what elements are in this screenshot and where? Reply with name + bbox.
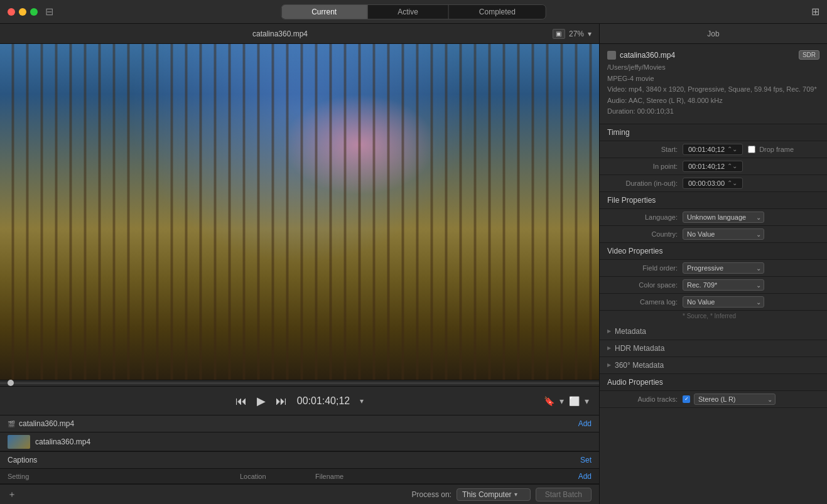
duration-row: Duration (in-out): 00:00:03:00 ⌃⌄ <box>600 175 827 192</box>
file-thumbnail <box>8 435 30 449</box>
file-item-row[interactable]: catalina360.mp4 <box>0 432 599 451</box>
process-on-dropdown[interactable]: This Computer ▾ <box>457 488 531 501</box>
playback-controls: ⏮ ▶ ⏭ 00:01:40;12 ▾ 🔖 ▾ ⬜ ▾ <box>0 386 599 415</box>
timing-section-header: Timing <box>600 124 827 141</box>
audio-tracks-select[interactable]: Stereo (L R) <box>694 394 776 405</box>
country-row: Country: No Value <box>600 226 827 243</box>
video-frame <box>0 44 599 380</box>
country-select[interactable]: No Value <box>683 228 764 240</box>
skip-back-button[interactable]: ⏮ <box>235 395 247 407</box>
dropdown-chevron-icon: ▾ <box>514 491 517 498</box>
country-select-wrapper: No Value <box>683 228 764 240</box>
screen-chevron-icon[interactable]: ▾ <box>585 396 589 406</box>
maximize-button[interactable] <box>30 8 38 16</box>
audio-tracks-label: Audio tracks: <box>607 395 683 403</box>
screen-icon[interactable]: ⬜ <box>569 396 580 406</box>
scrubber-handle[interactable] <box>8 380 14 386</box>
minimize-button[interactable] <box>19 8 26 16</box>
close-button[interactable] <box>8 8 15 16</box>
add-item-icon[interactable]: ＋ <box>8 489 16 500</box>
audio-tracks-checkbox[interactable] <box>683 395 690 403</box>
file-group-icon: 🎬 catalina360.mp4 <box>8 419 578 428</box>
video-filename: catalina360.mp4 <box>8 29 553 38</box>
hdr-metadata-section: HDR Metadata <box>600 340 827 357</box>
metadata-header[interactable]: Metadata <box>600 323 827 340</box>
file-group-name: catalina360.mp4 <box>19 419 74 428</box>
scrubber-bar[interactable] <box>0 380 599 386</box>
tab-bar: Current Active Completed <box>281 4 546 19</box>
sdr-badge: SDR <box>799 50 819 60</box>
360-metadata-header[interactable]: 360° Metadata <box>600 357 827 373</box>
zoom-chevron-icon[interactable]: ▾ <box>588 29 592 38</box>
color-space-select[interactable]: Rec. 709* <box>683 279 764 291</box>
scrubber-track <box>0 382 599 384</box>
drop-frame-checkbox[interactable] <box>748 146 755 153</box>
field-order-label: Field order: <box>607 264 683 272</box>
file-meta: /Users/jeffy/Movies MPEG-4 movie Video: … <box>607 62 819 117</box>
tab-completed[interactable]: Completed <box>449 5 546 19</box>
file-item-name: catalina360.mp4 <box>35 437 90 446</box>
file-properties-header: File Properties <box>600 192 827 209</box>
start-label: Start: <box>607 146 683 153</box>
360-metadata-section: 360° Metadata <box>600 357 827 374</box>
col-location-header: Location <box>240 473 315 480</box>
tab-active[interactable]: Active <box>367 5 449 19</box>
file-list-header: 🎬 catalina360.mp4 Add <box>0 415 599 432</box>
main-layout: catalina360.mp4 ▣ 27% ▾ ⏮ ▶ ⏭ 00:01:40;1… <box>0 24 827 504</box>
timecode-dropdown-icon[interactable]: ▾ <box>360 397 364 405</box>
duration-value[interactable]: 00:00:03:00 ⌃⌄ <box>683 178 743 189</box>
in-point-value[interactable]: 00:01:40;12 ⌃⌄ <box>683 161 743 172</box>
language-select-wrapper: Unknown language <box>683 212 764 223</box>
zoom-control: ▣ 27% ▾ <box>553 29 592 39</box>
camera-log-label: Camera log: <box>607 298 683 306</box>
color-space-select-wrapper: Rec. 709* <box>683 279 764 291</box>
file-audio-info: Audio: AAC, Stereo (L R), 48.000 kHz <box>607 95 819 107</box>
field-order-select[interactable]: Progressive <box>683 262 764 274</box>
tab-current[interactable]: Current <box>281 5 367 19</box>
captions-area: Captions Set Setting Location Filename A… <box>0 451 599 484</box>
play-button[interactable]: ▶ <box>257 395 266 407</box>
settings-icon[interactable]: ⊞ <box>811 6 819 18</box>
country-label: Country: <box>607 230 683 238</box>
file-info-section: catalina360.mp4 SDR /Users/jeffy/Movies … <box>600 44 827 124</box>
field-order-select-wrapper: Progressive <box>683 262 764 274</box>
set-captions-button[interactable]: Set <box>580 456 592 464</box>
left-panel: catalina360.mp4 ▣ 27% ▾ ⏮ ▶ ⏭ 00:01:40;1… <box>0 24 600 504</box>
start-time-value[interactable]: 00:01:40;12 ⌃⌄ <box>683 144 743 155</box>
bookmark-icon[interactable]: 🔖 <box>544 396 554 406</box>
file-duration: Duration: 00:00:10;31 <box>607 106 819 117</box>
col-setting-header: Setting <box>8 473 240 480</box>
metadata-section: Metadata <box>600 323 827 340</box>
chevron-down-icon[interactable]: ▾ <box>559 396 564 406</box>
job-panel-header: Job <box>600 24 827 44</box>
camera-log-select[interactable]: No Value <box>683 296 764 308</box>
add-caption-button[interactable]: Add <box>578 472 592 481</box>
video-preview <box>0 44 599 380</box>
language-select[interactable]: Unknown language <box>683 212 764 223</box>
bottom-bar: ＋ Process on: This Computer ▾ Start Batc… <box>0 484 599 504</box>
audio-properties-header: Audio Properties <box>600 374 827 391</box>
add-file-button[interactable]: Add <box>578 419 592 428</box>
process-label: Process on: <box>412 490 451 499</box>
color-space-row: Color space: Rec. 709* <box>600 277 827 294</box>
captions-table-header: Setting Location Filename Add <box>0 469 599 484</box>
duration-spinner-icon: ⌃⌄ <box>727 180 737 186</box>
drop-frame-label: Drop frame <box>759 146 794 153</box>
audio-tracks-row: Audio tracks: Stereo (L R) <box>600 391 827 408</box>
video-properties-header: Video Properties <box>600 243 827 260</box>
timecode-display: 00:01:40;12 <box>297 395 350 407</box>
color-space-label: Color space: <box>607 281 683 289</box>
language-row: Language: Unknown language <box>600 209 827 226</box>
start-batch-button[interactable]: Start Batch <box>536 488 592 501</box>
zoom-toggle-icon[interactable]: ▣ <box>553 29 565 39</box>
drop-frame-row: Drop frame <box>748 146 794 153</box>
file-video-info: Video: mp4, 3840 x 1920, Progressive, Sq… <box>607 84 819 95</box>
zoom-value: 27% <box>569 29 584 38</box>
camera-log-row: Camera log: No Value <box>600 294 827 311</box>
file-info-name: catalina360.mp4 <box>607 51 675 60</box>
duration-label: Duration (in-out): <box>607 180 683 187</box>
sidebar-toggle-icon[interactable]: ⊟ <box>45 6 53 18</box>
skip-forward-button[interactable]: ⏭ <box>276 395 287 407</box>
hdr-metadata-header[interactable]: HDR Metadata <box>600 340 827 357</box>
right-panel: Job catalina360.mp4 SDR /Users/jeffy/Mov… <box>600 24 827 504</box>
